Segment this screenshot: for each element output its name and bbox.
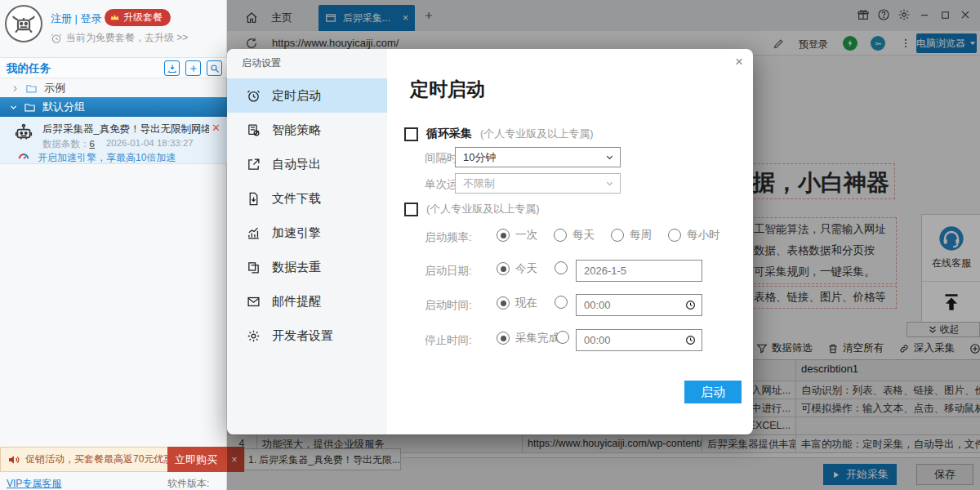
loop-collect-checkbox[interactable]	[404, 127, 418, 141]
add-task-icon[interactable]	[185, 60, 201, 76]
radio-hourly[interactable]: 每小时	[668, 228, 720, 243]
start-date-label: 启动日期:	[425, 264, 472, 278]
startup-settings-modal: 启动设置 定时启动 智能策略 自动导出 文件下载	[227, 49, 753, 434]
modal-sidebar: 启动设置 定时启动 智能策略 自动导出 文件下载	[227, 49, 387, 434]
radio-today[interactable]: 今天	[497, 261, 537, 276]
clock-icon	[685, 335, 696, 345]
dedup-icon	[247, 261, 261, 274]
promo-toast: 促销活动，买套餐最高返70元优惠券！ 立即购买 ×	[0, 447, 245, 472]
menu-item-file-download[interactable]: 文件下载	[227, 181, 387, 216]
start-button[interactable]: 启动	[684, 381, 742, 403]
mail-icon	[247, 295, 261, 309]
crown-icon	[109, 12, 120, 23]
task-timestamp: 2026-01-04 18:33:27	[106, 138, 194, 150]
task-card[interactable]: 后羿采集器_真免费！导出无限制网络爬虫... ✕ 数据条数：6 2026-01-…	[0, 117, 227, 164]
task-data-count[interactable]: 6	[90, 139, 95, 149]
loop-collect-note: (个人专业版及以上专属)	[480, 127, 594, 141]
radio-custom-time[interactable]	[555, 296, 568, 309]
schedule-row: (个人专业版及以上专属)	[404, 202, 540, 216]
chevron-right-icon	[11, 85, 19, 92]
start-time-label: 启动时间:	[425, 298, 472, 313]
tasks-header: 我的任务	[0, 57, 227, 78]
gear-icon	[247, 329, 261, 343]
file-download-icon	[247, 192, 261, 206]
tasks-title: 我的任务	[7, 61, 51, 76]
boost-link[interactable]: 开启加速引擎，享最高10倍加速	[38, 151, 176, 165]
frequency-label: 启动频率:	[425, 230, 472, 245]
app-window: 主页 后羿采集... × https://www.houyicaiji.com/…	[0, 0, 980, 490]
task-title: 后羿采集器_真免费！导出无限制网络爬虫...	[42, 122, 209, 136]
menu-item-mail-alert[interactable]: 邮件提醒	[227, 284, 387, 318]
start-time-input[interactable]: 00:00	[576, 294, 702, 316]
chevron-down-icon	[10, 104, 17, 111]
export-icon	[247, 158, 261, 172]
upgrade-badge[interactable]: 升级套餐	[105, 9, 171, 26]
schedule-checkbox[interactable]	[404, 203, 418, 216]
menu-item-auto-export[interactable]: 自动导出	[227, 147, 387, 181]
menu-item-timed-start[interactable]: 定时启动	[227, 78, 387, 113]
vip-service-link[interactable]: VIP专属客服	[7, 477, 61, 490]
chevron-down-icon	[605, 179, 614, 188]
software-version: 软件版本: 4.0.6	[167, 477, 226, 490]
radio-collect-done[interactable]: 采集完成	[497, 331, 559, 345]
search-task-icon[interactable]	[207, 60, 222, 76]
loop-collect-label: 循环采集	[426, 127, 472, 141]
panel-heading: 定时启动	[410, 77, 485, 102]
folder-icon	[24, 101, 36, 114]
interval-select[interactable]: 10分钟	[455, 147, 621, 167]
radio-weekly[interactable]: 每周	[611, 228, 652, 243]
stop-time-label: 停止时间:	[425, 333, 472, 348]
radio-custom-stop-time[interactable]	[556, 331, 569, 344]
folder-icon	[25, 82, 38, 95]
menu-item-developer-settings[interactable]: 开发者设置	[227, 318, 387, 353]
task-meta: 数据条数：6 2026-01-04 18:33:27	[42, 138, 194, 150]
date-input[interactable]: 2026-1-5	[576, 260, 702, 282]
robot-icon	[13, 122, 34, 144]
speed-chart-icon	[247, 226, 261, 240]
duration-select[interactable]: 不限制	[455, 173, 621, 194]
radio-daily[interactable]: 每天	[554, 228, 595, 243]
radio-now[interactable]: 现在	[497, 296, 537, 310]
menu-item-smart-strategy[interactable]: 智能策略	[227, 113, 387, 147]
plan-notice[interactable]: 当前为免费套餐，去升级 >>	[51, 31, 188, 45]
modal-title: 启动设置	[242, 56, 281, 70]
menu-item-dedup[interactable]: 数据去重	[227, 250, 387, 284]
promo-text: 促销活动，买套餐最高返70元优惠券！	[20, 452, 167, 466]
modal-main: 定时启动 循环采集 (个人专业版及以上专属) 间隔时间: 10分钟 单次运行时长…	[387, 49, 753, 434]
menu-item-speed-engine[interactable]: 加速引擎	[227, 216, 387, 250]
alarm-icon	[51, 33, 62, 44]
buy-now-button[interactable]: 立即购买	[167, 447, 225, 472]
alarm-icon	[247, 89, 261, 103]
chevron-down-icon	[605, 153, 614, 162]
gauge-icon	[16, 149, 31, 164]
strategy-icon	[247, 123, 261, 137]
stop-time-input[interactable]: 00:00	[576, 329, 702, 351]
clock-icon	[685, 300, 696, 310]
task-close-icon[interactable]: ✕	[212, 122, 220, 134]
speaker-icon	[1, 453, 20, 466]
schedule-note: (个人专业版及以上专属)	[426, 202, 540, 216]
register-login-link[interactable]: 注册 | 登录	[51, 11, 102, 26]
group-default-selected[interactable]: 默认分组	[0, 97, 227, 117]
loop-collect-row: 循环采集 (个人专业版及以上专属)	[404, 127, 594, 141]
crab-logo-icon	[5, 5, 42, 42]
radio-once[interactable]: 一次	[497, 228, 537, 243]
task-sidebar: 注册 | 登录 升级套餐 当前为免费套餐，去升级 >> 我的任务 示例 默认分组	[0, 0, 227, 490]
radio-custom-date[interactable]	[555, 261, 568, 274]
group-example[interactable]: 示例	[0, 79, 227, 97]
import-task-icon[interactable]	[164, 60, 180, 76]
